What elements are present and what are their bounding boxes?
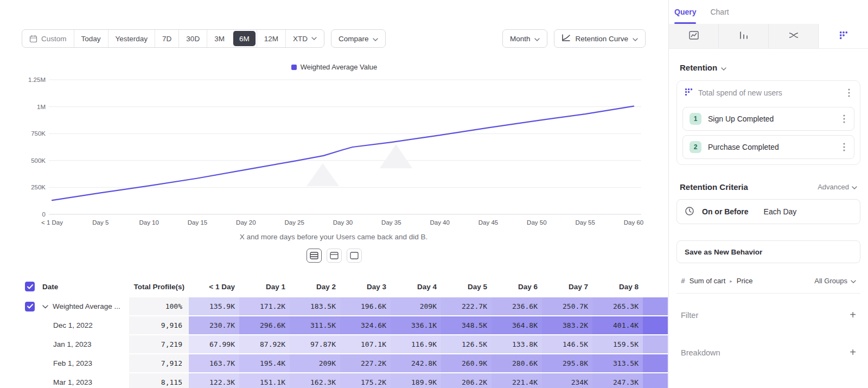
- preset-3m[interactable]: 3M: [207, 30, 232, 47]
- retention-criteria-control[interactable]: On or Before Each Day: [676, 199, 860, 224]
- select-all-checkbox-cell: [22, 276, 36, 297]
- retention-value-cell: 336.1K: [391, 316, 441, 335]
- compare-button[interactable]: Compare: [331, 29, 386, 48]
- measure-property[interactable]: Price: [737, 277, 753, 285]
- date-preset-group: CustomTodayYesterday7D30D3M6M12MXTD: [22, 29, 324, 48]
- column-header: Day 3: [340, 276, 391, 297]
- retention-value-cell: 242.8K: [391, 354, 441, 373]
- step-number-badge: 2: [690, 141, 701, 153]
- preset-30d[interactable]: 30D: [178, 30, 207, 47]
- report-tab-funnels[interactable]: [718, 24, 768, 48]
- retention-value-cell: 146.5K: [542, 335, 592, 354]
- chart-type-button[interactable]: Retention Curve: [554, 29, 646, 48]
- column-header: Day 5: [441, 276, 492, 297]
- row-label-cell: Dec 1, 2022: [36, 316, 129, 335]
- tab-query[interactable]: Query: [674, 0, 696, 24]
- retention-value-cell: 209K: [290, 354, 340, 373]
- measure-label[interactable]: Sum of cart: [690, 277, 725, 285]
- table-row: Weighted Average ...100%135.9K171.2K183.…: [22, 297, 668, 316]
- preset-6m[interactable]: 6M: [233, 31, 256, 46]
- criteria-frequency[interactable]: Each Day: [764, 207, 797, 216]
- svg-text:Day 20: Day 20: [236, 219, 256, 226]
- number-property-icon: #: [681, 277, 685, 285]
- all-groups-label: All Groups: [814, 277, 847, 285]
- preset-xtd[interactable]: XTD: [285, 30, 324, 47]
- tab-query-label: Query: [674, 8, 696, 16]
- report-type-tabs: [669, 24, 868, 49]
- step-label: Purchase Completed: [708, 143, 779, 151]
- retention-curve-plot: 1.25M1M750K500K250K0< 1 DayDay 5Day 10Da…: [22, 72, 646, 231]
- retention-value-cell: 162.3K: [290, 373, 340, 388]
- granularity-label: Month: [510, 35, 531, 43]
- retention-value-cell: 247.3K: [592, 373, 643, 388]
- preset-yesterday[interactable]: Yesterday: [108, 30, 155, 47]
- advanced-toggle[interactable]: Advanced: [818, 183, 857, 191]
- filter-label: Filter: [681, 311, 698, 320]
- report-tab-retention[interactable]: [818, 24, 868, 48]
- kebab-menu-icon[interactable]: [846, 87, 852, 98]
- row-checkbox-cell: [22, 373, 36, 388]
- table-row: Jan 1, 20237,21967.99K87.92K97.87K107.1K…: [22, 335, 668, 354]
- column-header: Day 4: [391, 276, 441, 297]
- criteria-condition[interactable]: On or Before: [702, 207, 749, 216]
- legend-swatch: [291, 65, 297, 70]
- retention-value-cell: 133.8K: [492, 335, 542, 354]
- retention-value-cell: 364.8K: [492, 316, 542, 335]
- retention-grid-icon: [839, 31, 848, 42]
- row-density-toggle: [0, 249, 668, 263]
- step-sign-up-completed[interactable]: 1 Sign Up Completed: [682, 107, 854, 131]
- preset-12m[interactable]: 12M: [257, 30, 285, 47]
- kebab-menu-icon[interactable]: [841, 142, 847, 152]
- add-filter-button[interactable]: +: [850, 309, 856, 321]
- tab-chart[interactable]: Chart: [710, 0, 729, 24]
- row-checkbox[interactable]: [25, 302, 35, 311]
- report-tab-flows[interactable]: [768, 24, 818, 48]
- row-label-cell: Weighted Average ...: [36, 297, 129, 316]
- row-label-cell: Jan 1, 2023: [36, 335, 129, 354]
- retention-criteria-title: Retention Criteria: [680, 182, 748, 192]
- row-checkbox-cell: [22, 297, 36, 316]
- chart-legend: Weighted Average Value: [0, 63, 668, 71]
- step-purchase-completed[interactable]: 2 Purchase Completed: [682, 135, 854, 159]
- retention-value-cell: 163.7K: [189, 354, 239, 373]
- svg-text:750K: 750K: [31, 130, 46, 137]
- retention-value-cell: 171.2K: [239, 297, 290, 316]
- date-range-toolbar: CustomTodayYesterday7D30D3M6M12MXTD Comp…: [22, 29, 646, 48]
- kebab-menu-icon[interactable]: [841, 113, 847, 124]
- svg-text:Day 50: Day 50: [527, 219, 546, 226]
- advanced-label: Advanced: [818, 183, 849, 191]
- density-tall-button[interactable]: [347, 249, 362, 263]
- retention-value-cell: 250.7K: [542, 297, 592, 316]
- tab-chart-label: Chart: [710, 8, 729, 16]
- add-breakdown-button[interactable]: +: [850, 346, 856, 359]
- report-tab-insights[interactable]: [669, 24, 718, 48]
- preset-label: 6M: [239, 35, 250, 43]
- clipped-value-cell: [643, 373, 668, 388]
- save-as-new-behavior-button[interactable]: Save as New Behavior: [676, 240, 860, 263]
- preset-custom[interactable]: Custom: [22, 30, 74, 47]
- density-medium-button[interactable]: [327, 249, 342, 263]
- column-header: Day 8: [592, 276, 643, 297]
- retention-value-cell: 221.4K: [492, 373, 542, 388]
- granularity-button[interactable]: Month: [502, 29, 548, 48]
- svg-text:< 1 Day: < 1 Day: [41, 219, 63, 226]
- step-number-badge: 1: [690, 113, 701, 125]
- total-profiles-cell: 8,115: [129, 373, 189, 388]
- svg-text:1M: 1M: [37, 104, 46, 110]
- retention-value-cell: 151.1K: [239, 373, 290, 388]
- behavior-card: Total spend of new users 1 Sign Up Compl…: [676, 80, 860, 165]
- row-label: Dec 1, 2022: [53, 321, 93, 329]
- preset-7d[interactable]: 7D: [155, 30, 178, 47]
- retention-value-cell: 260.9K: [441, 354, 492, 373]
- query-builder: Retention Total spend of new users 1 Sig…: [669, 49, 868, 359]
- all-groups-dropdown[interactable]: All Groups: [814, 277, 856, 285]
- retention-value-cell: 159.5K: [592, 335, 643, 354]
- row-checkbox[interactable]: [25, 282, 35, 291]
- report-section-selector[interactable]: Retention: [680, 63, 860, 72]
- preset-today[interactable]: Today: [74, 30, 108, 47]
- total-profiles-cell: 7,912: [129, 354, 189, 373]
- preset-label: Today: [81, 35, 101, 43]
- expand-chevron-icon[interactable]: [42, 302, 48, 310]
- preset-label: Yesterday: [116, 35, 148, 43]
- density-compact-button[interactable]: [307, 249, 322, 263]
